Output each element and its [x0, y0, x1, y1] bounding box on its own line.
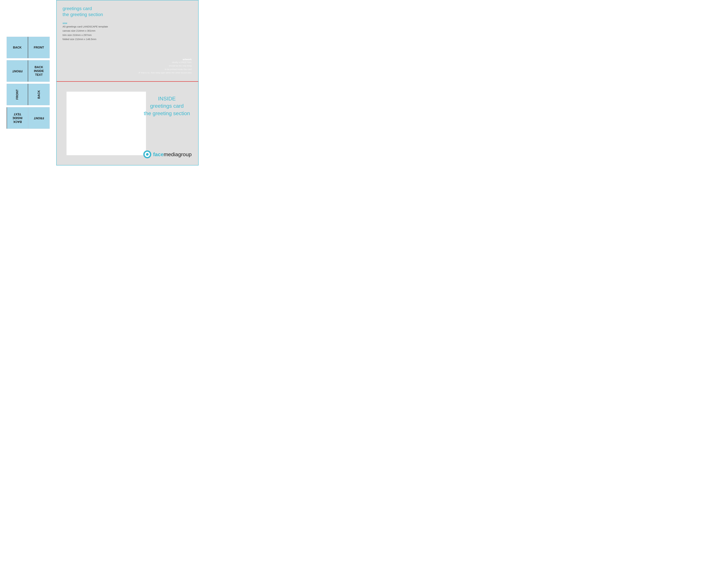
- inside-greeting-box: [67, 92, 146, 155]
- back-cell-1: BACK: [7, 37, 28, 58]
- inside-label: INSIDE greetings card the greeting secti…: [144, 95, 190, 117]
- facemediagroup-icon: [143, 150, 151, 158]
- back-inside-text-cell: BACK INSIDE TEXT: [28, 60, 50, 82]
- size-details: A5 greetings card LANDSCAPE template can…: [63, 24, 192, 41]
- size-label: size: [63, 22, 192, 24]
- card-diagram-grid: BACK FRONT FRONT BACK INSIDE TEXT FRONT …: [7, 37, 50, 129]
- artwork-label: artwork: [138, 58, 192, 61]
- inside-text-block: INSIDE greetings card the greeting secti…: [144, 95, 190, 117]
- front-rotated-90-cell: FRONT: [7, 84, 28, 105]
- logo-text: facemediagroup: [153, 151, 192, 157]
- card-row-2: FRONT BACK INSIDE TEXT: [7, 60, 50, 82]
- title-block: greetings card the greeting section: [63, 6, 192, 18]
- front-cell-1: FRONT: [28, 37, 50, 58]
- left-panel: BACK FRONT FRONT BACK INSIDE TEXT FRONT …: [0, 0, 56, 165]
- card-row-4: BACK INSIDE TEXT FRONT: [7, 107, 50, 129]
- size-section: size A5 greetings card LANDSCAPE templat…: [63, 22, 192, 41]
- svg-point-3: [145, 152, 147, 154]
- right-panel: greetings card the greeting section size…: [56, 0, 199, 165]
- card-title: greetings card the greeting section: [63, 6, 192, 18]
- back-rotated-90-cell: BACK: [28, 84, 50, 105]
- back-inside-rotated-cell: BACK INSIDE TEXT: [7, 107, 28, 129]
- card-row-3: FRONT BACK: [7, 84, 50, 105]
- front-rotated-cell: FRONT: [7, 60, 28, 82]
- logo-block: facemediagroup: [143, 150, 192, 158]
- bottom-section: INSIDE greetings card the greeting secti…: [56, 82, 198, 165]
- artwork-block: artwork ideally a GREETING should be the…: [138, 58, 192, 75]
- top-section: greetings card the greeting section size…: [56, 0, 198, 82]
- front-rotated-bottom-cell: FRONT: [28, 107, 50, 129]
- artwork-description: ideally a GREETING should be the only th…: [138, 61, 192, 75]
- card-row-1: BACK FRONT: [7, 37, 50, 58]
